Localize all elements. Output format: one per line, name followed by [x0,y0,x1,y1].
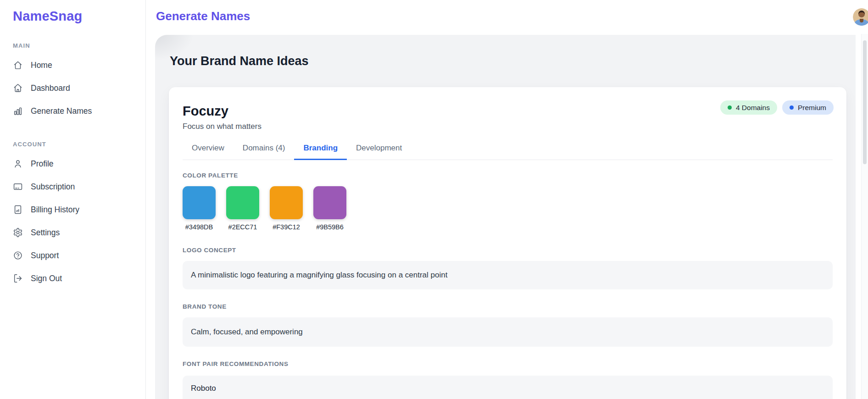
help-circle-icon [13,250,23,260]
font-pair-text: Roboto [183,376,833,399]
sidebar-item-label: Generate Names [31,106,92,116]
top-bar: Generate Names [146,0,868,34]
logo-concept-text: A minimalistic logo featuring a magnifyi… [183,261,833,289]
tab-bar: OverviewDomains (4)BrandingDevelopment [183,138,833,160]
user-avatar[interactable] [853,8,868,26]
sidebar-item-label: Profile [31,159,54,169]
sidebar-item-label: Billing History [31,205,79,215]
sidebar: NameSnag MAINHomeDashboardGenerate Names… [0,0,146,399]
brand-tone-label: BRAND TONE [183,303,833,310]
user-icon [13,159,23,169]
dashboard-house-icon [13,83,23,93]
page-title: Your Brand Name Ideas [170,54,309,68]
sidebar-item-label: Sign Out [31,274,62,283]
sidebar-nav: MAINHomeDashboardGenerate NamesACCOUNTPr… [0,42,145,290]
badge-4-domains: 4 Domains [720,100,777,115]
sidebar-item-label: Settings [31,228,60,238]
swatch-hex-label: #3498DB [183,223,216,231]
sidebar-list-account: ProfileSubscriptionBilling HistorySettin… [0,152,145,290]
badge-dot-icon [790,105,794,110]
tab-overview[interactable]: Overview [183,138,234,160]
swatch-hex-label: #9B59B6 [313,223,346,231]
sidebar-section-label-main: MAIN [13,42,133,49]
app-logo: NameSnag [0,0,145,24]
swatch-hex-label: #2ECC71 [226,223,259,231]
badge-dot-icon [728,105,732,110]
content-panel: Your Brand Name Ideas 4 DomainsPremium F… [155,35,856,399]
sidebar-section-label-account: ACCOUNT [13,141,133,148]
color-swatch-cell: #2ECC71 [226,186,259,231]
color-palette-label: COLOR PALETTE [183,172,833,179]
sidebar-item-label: Subscription [31,182,75,192]
scrollbar-thumb[interactable] [863,40,867,164]
brand-idea-card: 4 DomainsPremium Focuzy Focus on what ma… [169,87,846,399]
tab-branding[interactable]: Branding [294,138,347,160]
color-swatch-row: #3498DB#2ECC71#F39C12#9B59B6 [183,186,833,231]
color-swatch-cell: #F39C12 [270,186,303,231]
color-swatch-2ecc71 [226,186,259,219]
sidebar-item-profile[interactable]: Profile [0,152,145,175]
color-swatch-9b59b6 [313,186,346,219]
gear-icon [13,227,23,238]
sign-out-icon [13,273,23,283]
color-swatch-f39c12 [270,186,303,219]
sidebar-item-settings[interactable]: Settings [0,221,145,244]
sidebar-item-support[interactable]: Support [0,244,145,267]
avatar-image [853,8,868,26]
sidebar-item-subscription[interactable]: Subscription [0,175,145,198]
font-pair-label: FONT PAIR RECOMMENDATIONS [183,360,833,367]
bar-chart-icon [13,106,23,116]
badge-row: 4 DomainsPremium [720,100,834,115]
credit-card-icon [13,182,23,192]
brand-tone-text: Calm, focused, and empowering [183,317,833,347]
sidebar-item-label: Support [31,251,59,260]
sidebar-item-dashboard[interactable]: Dashboard [0,77,145,100]
badge-label: 4 Domains [736,104,770,112]
billing-document-icon [13,205,23,215]
logo-concept-label: LOGO CONCEPT [183,247,833,254]
color-swatch-3498db [183,186,216,219]
sidebar-item-sign-out[interactable]: Sign Out [0,267,145,290]
tab-domains-4[interactable]: Domains (4) [234,138,295,160]
sidebar-item-label: Dashboard [31,83,70,93]
sidebar-item-generate-names[interactable]: Generate Names [0,100,145,122]
home-icon [13,60,23,70]
app-root: NameSnag MAINHomeDashboardGenerate Names… [0,0,868,399]
sidebar-list-main: HomeDashboardGenerate Names [0,54,145,122]
color-swatch-cell: #9B59B6 [313,186,346,231]
sidebar-item-home[interactable]: Home [0,54,145,77]
brand-tagline: Focus on what matters [183,122,833,131]
badge-premium: Premium [782,100,834,115]
page-header-title: Generate Names [156,9,250,23]
badge-label: Premium [798,104,826,112]
swatch-hex-label: #F39C12 [270,223,303,231]
sidebar-item-billing-history[interactable]: Billing History [0,198,145,221]
tab-development[interactable]: Development [347,138,411,160]
scrollbar-track[interactable] [861,34,868,399]
sidebar-item-label: Home [31,61,52,70]
color-swatch-cell: #3498DB [183,186,216,231]
